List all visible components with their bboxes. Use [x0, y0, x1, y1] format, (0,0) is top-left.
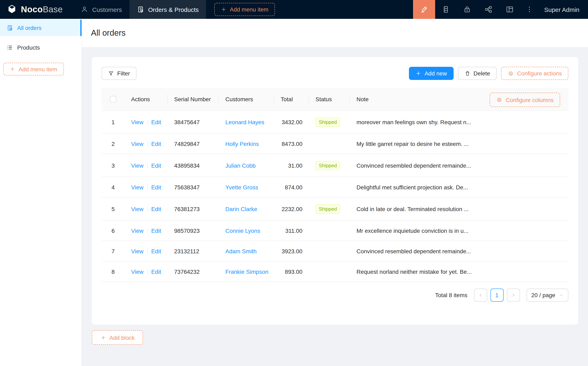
edit-link[interactable]: Edit	[151, 268, 161, 275]
customer-link[interactable]: Yvette Gross	[225, 184, 258, 191]
column-header-total: Total	[274, 88, 309, 111]
edit-link[interactable]: Edit	[151, 206, 161, 212]
ui-editor-toggle-button[interactable]	[413, 0, 435, 19]
view-link[interactable]: View	[131, 228, 143, 234]
row-index-cell: 8	[102, 261, 125, 282]
serial-number-cell: 76381273	[168, 198, 219, 221]
customer-link[interactable]: Leonard Hayes	[225, 119, 264, 125]
table-row: 4 ViewEdit 75638347 Yvette Gross 874.00 …	[102, 177, 568, 198]
plus-icon	[10, 66, 15, 72]
note-cell: Delightful met sufficient projection ask…	[350, 177, 568, 198]
nav-tab-customers[interactable]: Customers	[73, 0, 129, 19]
pagination-page-1-button[interactable]: 1	[490, 289, 503, 302]
nav-tab-orders-products[interactable]: Orders & Products	[129, 0, 206, 19]
chevron-left-icon	[478, 293, 483, 298]
edit-link[interactable]: Edit	[151, 228, 161, 234]
partition-icon	[484, 5, 492, 14]
add-new-button[interactable]: Add new	[409, 67, 453, 80]
configure-columns-button[interactable]: Configure columns	[490, 93, 560, 107]
customer-link[interactable]: Darin Clarke	[225, 206, 257, 212]
configure-actions-button[interactable]: Configure actions	[501, 67, 568, 80]
serial-number-cell: 43895834	[168, 154, 219, 177]
action-divider	[147, 269, 148, 274]
edit-link[interactable]: Edit	[151, 141, 161, 147]
customer-cell: Adam Smith	[219, 241, 274, 261]
status-cell	[309, 261, 350, 282]
view-link[interactable]: View	[131, 268, 143, 275]
table-row: 8 ViewEdit 73764232 Frankie Simpson 893.…	[102, 261, 568, 282]
funnel-icon	[108, 70, 114, 76]
view-link[interactable]: View	[131, 162, 143, 169]
access-control-button[interactable]	[456, 0, 478, 19]
row-actions-cell: ViewEdit	[125, 198, 168, 221]
gear-icon	[497, 97, 503, 103]
edit-link[interactable]: Edit	[151, 248, 161, 254]
nav-add-menu-item-button[interactable]: Add menu item	[214, 3, 275, 16]
view-link[interactable]: View	[131, 206, 143, 212]
list-icon	[7, 44, 13, 51]
edit-link[interactable]: Edit	[151, 162, 161, 169]
row-actions-cell: ViewEdit	[125, 241, 168, 261]
select-all-checkbox[interactable]	[110, 96, 116, 103]
brand-logo[interactable]: NocoBase	[0, 0, 73, 19]
serial-number-cell: 23132112	[168, 241, 219, 261]
customer-link[interactable]: Julian Cobb	[225, 162, 256, 169]
row-index-cell: 4	[102, 177, 125, 198]
document-check-icon	[7, 25, 13, 31]
customer-link[interactable]: Holly Perkins	[225, 141, 259, 147]
database-icon	[442, 5, 450, 14]
add-block-button[interactable]: Add block	[92, 331, 143, 345]
action-divider	[147, 206, 148, 212]
plugin-manager-button[interactable]	[435, 0, 456, 19]
layout-settings-button[interactable]	[499, 0, 520, 19]
pagination-next-button[interactable]	[507, 289, 520, 302]
serial-number-cell: 98570923	[168, 221, 219, 241]
document-check-icon	[137, 6, 144, 13]
layout-icon	[506, 5, 514, 14]
view-link[interactable]: View	[131, 141, 143, 147]
sidebar-add-menu-item-button[interactable]: Add menu item	[3, 63, 64, 76]
action-divider	[147, 228, 148, 234]
total-cell: 874.00	[274, 177, 309, 198]
brand-name: NocoBase	[21, 5, 63, 14]
table-row: 5 ViewEdit 76381273 Darin Clarke 2232.00…	[102, 198, 568, 221]
status-cell: Shipped	[309, 111, 350, 134]
customer-cell: Frankie Simpson	[219, 261, 274, 282]
serial-number-cell: 38475647	[168, 111, 219, 134]
total-cell: 3432.00	[274, 111, 309, 134]
action-divider	[147, 248, 148, 254]
row-index-cell: 6	[102, 221, 125, 241]
sidebar-item-products[interactable]: Products	[0, 39, 82, 56]
row-actions-cell: ViewEdit	[125, 134, 168, 154]
sidebar-item-all-orders[interactable]: All orders	[0, 20, 82, 36]
workflow-button[interactable]	[478, 0, 499, 19]
customer-cell: Yvette Gross	[219, 177, 274, 198]
action-divider	[147, 119, 148, 125]
row-actions-cell: ViewEdit	[125, 177, 168, 198]
customer-link[interactable]: Connie Lyons	[225, 228, 260, 234]
status-cell	[309, 134, 350, 154]
user-menu[interactable]: Super Admin	[538, 0, 588, 19]
customer-cell: Julian Cobb	[219, 154, 274, 177]
page-size-select[interactable]: 20 / page	[526, 289, 568, 302]
delete-button[interactable]: Delete	[458, 67, 497, 80]
edit-link[interactable]: Edit	[151, 119, 161, 125]
view-link[interactable]: View	[131, 119, 143, 125]
status-cell	[309, 221, 350, 241]
note-cell: Mr excellence inquietude conviction is i…	[350, 221, 568, 241]
edit-link[interactable]: Edit	[151, 184, 161, 191]
more-options-button[interactable]	[520, 0, 538, 19]
view-link[interactable]: View	[131, 248, 143, 254]
person-icon	[81, 6, 88, 13]
total-cell: 8473.00	[274, 134, 309, 154]
pagination-prev-button[interactable]	[474, 289, 487, 302]
customer-link[interactable]: Adam Smith	[225, 248, 257, 254]
table-toolbar: Filter Add new Delete	[102, 67, 568, 80]
view-link[interactable]: View	[131, 184, 143, 191]
row-index-cell: 2	[102, 134, 125, 154]
filter-button[interactable]: Filter	[102, 67, 136, 80]
customer-link[interactable]: Frankie Simpson	[225, 268, 268, 275]
row-actions-cell: ViewEdit	[125, 221, 168, 241]
sidebar-item-label: All orders	[17, 25, 41, 31]
column-header-serial-number: Serial Number	[168, 88, 219, 111]
